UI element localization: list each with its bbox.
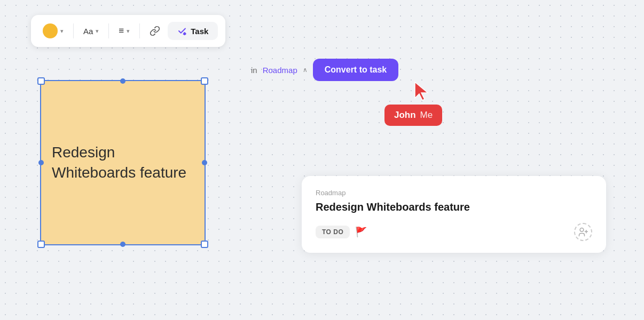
handle-mid-right[interactable]	[202, 160, 207, 165]
handle-bottom-right[interactable]	[201, 241, 208, 248]
task-check-icon: +	[177, 26, 187, 36]
svg-text:+: +	[184, 31, 186, 36]
handle-bottom-left[interactable]	[37, 241, 45, 248]
me-label: Me	[420, 110, 433, 121]
handle-top-mid[interactable]	[120, 78, 125, 84]
toolbar-divider-1	[73, 23, 74, 38]
add-person-icon	[578, 227, 588, 237]
in-label: in	[251, 66, 257, 75]
john-label: John	[394, 110, 416, 121]
roadmap-link[interactable]: Roadmap	[263, 66, 297, 75]
align-button[interactable]: ≡ ▾	[114, 22, 134, 39]
color-chevron-icon: ▾	[60, 28, 64, 35]
font-label: Aa	[83, 27, 93, 36]
todo-status-badge[interactable]: TO DO	[316, 226, 350, 238]
handle-top-right[interactable]	[201, 77, 208, 85]
svg-marker-2	[415, 82, 428, 100]
roadmap-row: in Roadmap ∧ Convert to task	[251, 59, 398, 81]
font-button[interactable]: Aa ▾	[79, 23, 103, 39]
task-button-label: Task	[191, 27, 208, 36]
link-button[interactable]	[145, 22, 164, 39]
toolbar-divider-2	[108, 23, 109, 38]
sticky-note[interactable]: Redesign Whiteboards feature	[40, 80, 206, 245]
handle-bottom-mid[interactable]	[120, 242, 125, 247]
toolbar: ▾ Aa ▾ ≡ ▾ + Task	[31, 15, 225, 47]
task-card: Roadmap Redesign Whiteboards feature TO …	[302, 176, 606, 253]
convert-to-task-button[interactable]: Convert to task	[313, 59, 398, 81]
align-label: ≡	[119, 26, 124, 36]
font-chevron-icon: ▾	[96, 28, 99, 35]
flag-icon[interactable]: 🚩	[355, 226, 367, 238]
john-me-badge: John Me	[384, 105, 442, 126]
link-icon	[150, 26, 160, 36]
svg-point-3	[580, 228, 584, 232]
sticky-note-text: Redesign Whiteboards feature	[41, 132, 205, 194]
align-chevron-icon: ▾	[127, 28, 130, 35]
popup-area: in Roadmap ∧ Convert to task	[251, 59, 398, 81]
task-card-project: Roadmap	[316, 189, 592, 197]
handle-mid-left[interactable]	[38, 160, 44, 165]
roadmap-chevron-icon[interactable]: ∧	[303, 66, 308, 74]
task-card-footer: TO DO 🚩	[316, 223, 592, 241]
sticky-note-container: Redesign Whiteboards feature	[40, 80, 206, 245]
task-card-title: Redesign Whiteboards feature	[316, 201, 592, 213]
color-picker-button[interactable]: ▾	[38, 20, 68, 42]
handle-top-left[interactable]	[37, 77, 45, 85]
toolbar-divider-3	[139, 23, 140, 38]
add-member-button[interactable]	[574, 223, 592, 241]
color-dot	[43, 23, 58, 38]
cursor-icon	[413, 81, 432, 102]
task-button[interactable]: + Task	[168, 22, 218, 40]
